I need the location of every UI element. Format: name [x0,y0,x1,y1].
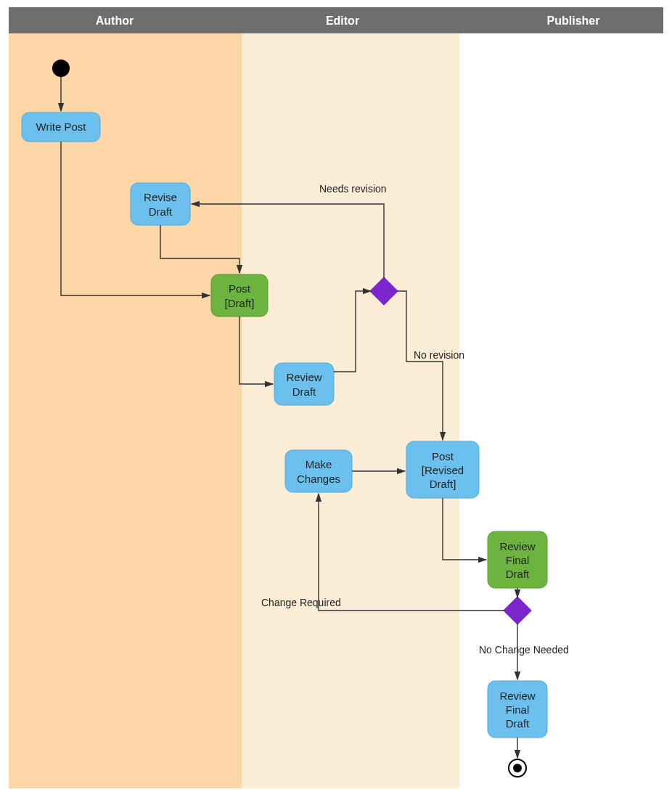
node-write-post: Write Post [22,113,100,142]
node-post-draft-l2: [Draft] [225,297,255,309]
lane-publisher-bg [459,33,663,788]
node-review-final-l1: Review [499,540,535,552]
svg-point-11 [513,764,522,772]
svg-rect-3 [274,363,334,405]
node-review-final2-l3: Draft [506,717,530,730]
node-make-changes-l1: Make [306,458,332,470]
lane-author-bg [9,33,242,788]
node-post-revised: Post [Revised Draft] [406,441,479,498]
node-review-final2-l2: Final [506,703,530,716]
node-review-final-l3: Draft [506,568,530,580]
lane-editor-title: Editor [326,15,359,27]
node-post-revised-l2: [Revised [422,464,464,476]
node-review-final-2: Review Final Draft [488,681,547,738]
node-revise-draft: Revise Draft [131,183,190,225]
node-review-final2-l1: Review [499,690,535,702]
node-review-final: Review Final Draft [488,531,547,588]
node-review-final-l2: Final [506,554,530,566]
node-post-draft-l1: Post [229,282,251,295]
activity-diagram: Author Editor Publisher Write Post Revis… [0,0,672,800]
svg-rect-2 [211,274,268,317]
start-node [52,60,70,77]
edge-no-revision-label: No revision [414,349,464,361]
lane-publisher-title: Publisher [547,15,600,27]
node-post-revised-l3: Draft] [430,478,456,490]
node-make-changes: Make Changes [285,450,352,492]
svg-rect-1 [131,183,190,225]
node-revise-draft-l2: Draft [149,205,173,218]
node-post-draft: Post [Draft] [211,274,268,317]
node-review-draft: Review Draft [274,363,334,405]
node-revise-draft-l1: Revise [144,191,177,203]
edge-needs-revision-label: Needs revision [319,183,387,195]
edge-change-required-label: Change Required [261,597,341,608]
node-write-post-label: Write Post [36,121,87,133]
lane-author-title: Author [96,15,134,27]
node-review-draft-l2: Draft [292,385,316,398]
svg-rect-5 [285,450,352,492]
edge-no-change-needed-label: No Change Needed [479,644,569,656]
lane-editor-bg [242,33,459,788]
node-review-draft-l1: Review [286,371,321,383]
node-make-changes-l2: Changes [297,473,340,485]
node-post-revised-l1: Post [432,450,454,462]
